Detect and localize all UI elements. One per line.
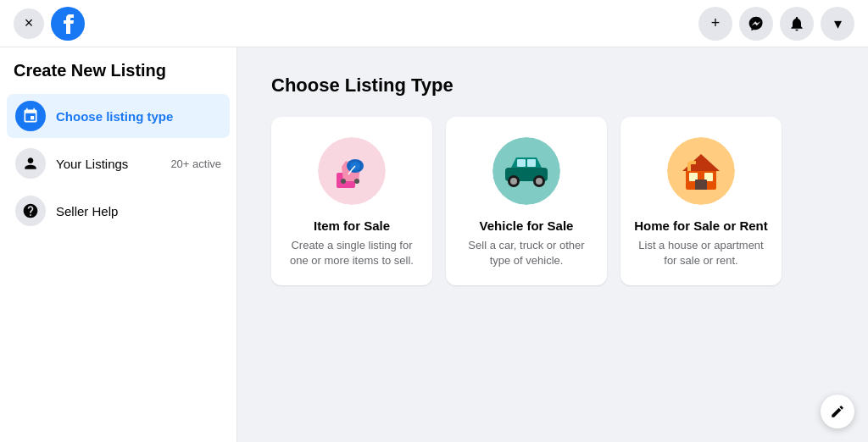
your-listings-icon	[15, 148, 46, 179]
svg-point-7	[354, 179, 359, 184]
seller-help-label: Seller Help	[56, 204, 221, 218]
svg-point-13	[510, 178, 517, 185]
notifications-button[interactable]	[780, 7, 814, 41]
facebook-logo	[51, 7, 85, 41]
top-nav-right: + ▾	[698, 7, 854, 41]
svg-rect-23	[689, 161, 696, 164]
home-for-sale-rent-desc: List a house or apartment for sale or re…	[634, 238, 768, 268]
your-listings-badge: 20+ active	[170, 157, 221, 170]
sidebar-item-choose-listing-type[interactable]: Choose listing type	[7, 94, 230, 138]
svg-rect-10	[517, 159, 526, 167]
edit-fab-button[interactable]	[821, 395, 854, 428]
svg-rect-21	[695, 180, 707, 190]
close-button[interactable]: ×	[14, 8, 44, 39]
home-for-sale-rent-title: Home for Sale or Rent	[634, 218, 768, 233]
vehicle-for-sale-card[interactable]: Vehicle for Sale Sell a car, truck or ot…	[446, 117, 607, 285]
choose-listing-icon	[15, 101, 46, 131]
content-area: Choose Listing Type Item fo	[237, 47, 868, 442]
seller-help-icon	[15, 196, 46, 226]
choose-listing-label: Choose listing type	[56, 109, 221, 124]
top-nav: × + ▾	[0, 0, 868, 47]
add-button[interactable]: +	[698, 7, 732, 41]
sidebar-item-your-listings[interactable]: Your Listings 20+ active	[7, 141, 230, 185]
top-nav-left: ×	[14, 7, 85, 41]
your-listings-label: Your Listings	[56, 157, 160, 171]
sidebar-title: Create New Listing	[7, 61, 230, 91]
item-for-sale-icon	[318, 137, 386, 205]
messenger-button[interactable]	[739, 7, 773, 41]
vehicle-for-sale-title: Vehicle for Sale	[480, 218, 574, 233]
dropdown-button[interactable]: ▾	[821, 7, 854, 41]
home-for-sale-rent-card[interactable]: Home for Sale or Rent List a house or ap…	[620, 117, 782, 285]
vehicle-for-sale-desc: Sell a car, truck or other type of vehic…	[459, 238, 593, 268]
svg-point-15	[536, 178, 542, 185]
item-for-sale-desc: Create a single listing for one or more …	[285, 238, 419, 268]
svg-point-6	[341, 179, 346, 184]
sidebar: Create New Listing Choose listing type Y…	[0, 47, 237, 442]
item-for-sale-title: Item for Sale	[314, 218, 390, 233]
svg-rect-11	[527, 159, 536, 167]
content-title: Choose Listing Type	[271, 75, 834, 97]
sidebar-item-seller-help[interactable]: Seller Help	[7, 189, 230, 233]
vehicle-for-sale-icon	[492, 137, 560, 205]
cards-container: Item for Sale Create a single listing fo…	[271, 117, 834, 285]
item-for-sale-card[interactable]: Item for Sale Create a single listing fo…	[271, 117, 432, 285]
main-layout: Create New Listing Choose listing type Y…	[0, 47, 868, 442]
home-for-sale-rent-icon	[667, 137, 735, 205]
